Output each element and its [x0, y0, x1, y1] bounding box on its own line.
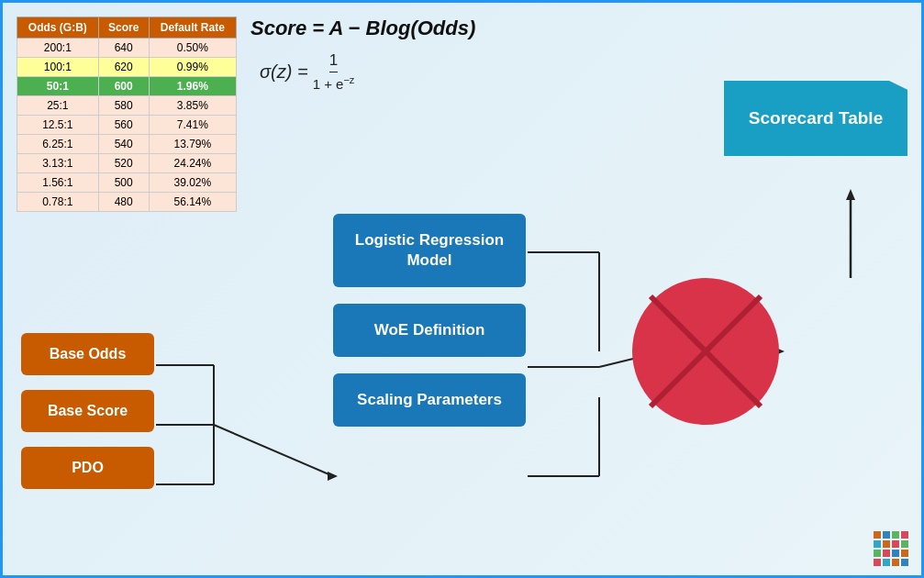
cell-score-5: 540 [98, 135, 149, 154]
base-score-box: Base Score [21, 390, 154, 432]
cell-rate-4: 7.41% [149, 116, 236, 135]
lr-model-box: Logistic Regression Model [333, 214, 526, 287]
base-odds-label: Base Odds [50, 346, 127, 361]
cell-rate-2: 1.96% [149, 77, 236, 96]
cell-rate-0: 0.50% [149, 39, 236, 58]
base-score-label: Base Score [48, 403, 128, 418]
cell-rate-6: 24.24% [149, 154, 236, 173]
cell-odds-0: 200:1 [17, 39, 99, 58]
table-row: 3.13:152024.24% [17, 154, 237, 173]
table-row: 50:16001.96% [17, 77, 237, 96]
woe-def-box: WoE Definition [333, 304, 526, 357]
svg-rect-4 [874, 540, 881, 548]
svg-rect-1 [883, 531, 890, 539]
table-row: 100:16200.99% [17, 58, 237, 77]
cell-rate-3: 3.85% [149, 96, 236, 116]
svg-rect-7 [901, 540, 908, 548]
cell-rate-1: 0.99% [149, 58, 236, 77]
formula-section: Score = A − Blog(Odds) σ(z) = 1 1 + e−z [250, 17, 526, 92]
table-row: 200:16400.50% [17, 39, 237, 58]
cell-score-8: 480 [98, 193, 149, 212]
scaling-params-box: Scaling Parameters [333, 373, 526, 427]
cell-score-7: 500 [98, 173, 149, 193]
svg-rect-13 [883, 559, 890, 566]
svg-rect-6 [892, 540, 899, 548]
pdo-box: PDO [21, 447, 154, 489]
cell-odds-6: 3.13:1 [17, 154, 99, 173]
cell-score-0: 640 [98, 39, 149, 58]
cell-score-4: 560 [98, 116, 149, 135]
scorecard-box: Scorecard Table [724, 81, 907, 156]
col-header-rate: Default Rate [149, 17, 236, 39]
table-section: Odds (G:B) Score Default Rate 200:16400.… [17, 17, 237, 212]
odds-table: Odds (G:B) Score Default Rate 200:16400.… [17, 17, 237, 212]
cell-score-2: 600 [98, 77, 149, 96]
col-header-odds: Odds (G:B) [17, 17, 99, 39]
numerator: 1 [329, 51, 338, 72]
main-formula: Score = A − Blog(Odds) [250, 17, 526, 40]
svg-rect-11 [901, 550, 908, 557]
svg-rect-14 [892, 559, 899, 566]
table-row: 1.56:150039.02% [17, 173, 237, 193]
pixel-art-decoration [874, 531, 910, 568]
cell-odds-8: 0.78:1 [17, 193, 99, 212]
table-row: 6.25:154013.79% [17, 135, 237, 154]
blue-boxes-group: Logistic Regression Model WoE Definition… [333, 214, 526, 427]
pdo-label: PDO [72, 460, 104, 475]
col-header-score: Score [98, 17, 149, 39]
svg-rect-8 [874, 550, 881, 557]
denominator: 1 + e−z [313, 74, 355, 92]
cell-score-1: 620 [98, 58, 149, 77]
cell-score-6: 520 [98, 154, 149, 173]
cell-score-3: 580 [98, 96, 149, 116]
svg-rect-12 [874, 559, 881, 566]
cell-odds-2: 50:1 [17, 77, 99, 96]
table-row: 0.78:148056.14% [17, 193, 237, 212]
cell-rate-5: 13.79% [149, 135, 236, 154]
cell-odds-7: 1.56:1 [17, 173, 99, 193]
svg-rect-10 [892, 550, 899, 557]
line-to-scaling [214, 425, 333, 476]
table-row: 12.5:15607.41% [17, 116, 237, 135]
orange-boxes-group: Base Odds Base Score PDO [21, 333, 154, 489]
lr-model-label: Logistic Regression Model [355, 231, 504, 269]
arrow-to-scaling [328, 472, 338, 481]
cell-odds-4: 12.5:1 [17, 116, 99, 135]
arrow-to-scorecard [846, 189, 855, 200]
red-circle-x [632, 278, 779, 425]
svg-rect-3 [901, 531, 908, 539]
svg-rect-5 [883, 540, 890, 548]
cell-rate-8: 56.14% [149, 193, 236, 212]
main-container: Odds (G:B) Score Default Rate 200:16400.… [3, 3, 921, 575]
svg-rect-9 [883, 550, 890, 557]
svg-rect-2 [892, 531, 899, 539]
scaling-params-label: Scaling Parameters [357, 391, 502, 408]
cell-odds-1: 100:1 [17, 58, 99, 77]
table-row: 25:15803.85% [17, 96, 237, 116]
cell-odds-5: 6.25:1 [17, 135, 99, 154]
svg-rect-0 [874, 531, 881, 539]
cell-rate-7: 39.02% [149, 173, 236, 193]
fraction: 1 1 + e−z [313, 51, 355, 92]
scorecard-label: Scorecard Table [749, 108, 883, 128]
svg-rect-15 [901, 559, 908, 566]
woe-def-label: WoE Definition [374, 321, 485, 339]
sigma-label: σ(z) = [260, 61, 308, 83]
sub-formula: σ(z) = 1 1 + e−z [260, 51, 526, 92]
base-odds-box: Base Odds [21, 333, 154, 375]
cell-odds-3: 25:1 [17, 96, 99, 116]
